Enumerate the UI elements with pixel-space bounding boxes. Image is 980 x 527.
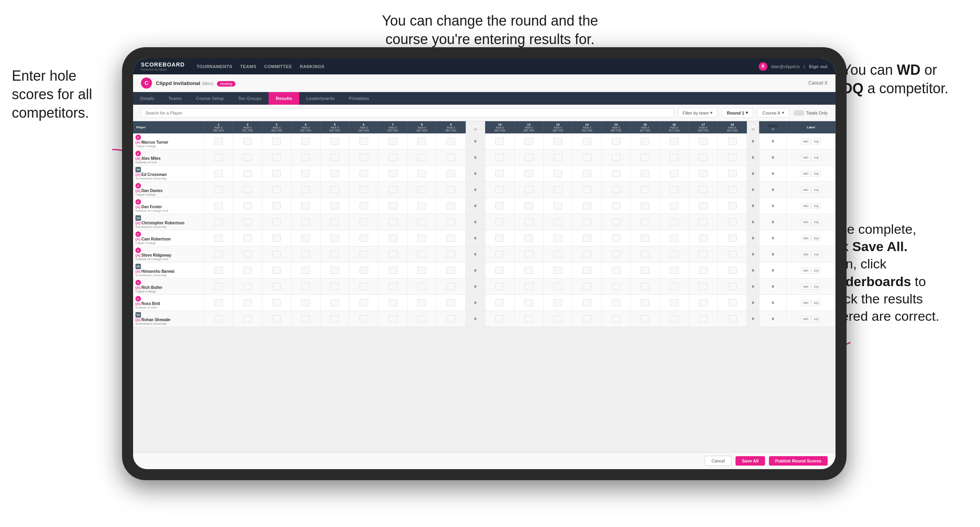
nav-tournaments[interactable]: TOURNAMENTS <box>196 64 232 69</box>
hole-6-input[interactable] <box>359 251 368 258</box>
hole-13-score[interactable] <box>572 182 602 198</box>
hole-8-score[interactable] <box>407 166 436 182</box>
hole-5-score[interactable] <box>320 166 349 182</box>
hole-1-input[interactable] <box>214 235 223 242</box>
hole-15-input[interactable] <box>641 267 649 274</box>
hole-11-score[interactable] <box>514 182 543 198</box>
hole-18-input[interactable] <box>728 283 737 290</box>
hole-5-input[interactable] <box>330 251 339 258</box>
wd-button[interactable]: WD <box>801 139 811 144</box>
hole-15-input[interactable] <box>641 186 649 193</box>
hole-8-input[interactable] <box>417 202 426 209</box>
hole-4-score[interactable] <box>291 279 320 295</box>
hole-7-score[interactable] <box>378 279 408 295</box>
hole-11-score[interactable] <box>514 166 543 182</box>
hole-12-score[interactable] <box>543 279 572 295</box>
hole-11-score[interactable] <box>514 214 543 230</box>
hole-10-input[interactable] <box>495 138 504 145</box>
hole-11-score[interactable] <box>514 133 543 150</box>
hole-17-score[interactable] <box>689 279 718 295</box>
tab-course-setup[interactable]: Course Setup <box>189 92 231 105</box>
hole-6-input[interactable] <box>359 299 368 306</box>
toggle-switch[interactable] <box>793 110 804 116</box>
hole-13-input[interactable] <box>583 235 591 242</box>
hole-17-score[interactable] <box>689 150 718 166</box>
hole-7-input[interactable] <box>389 251 397 258</box>
hole-7-input[interactable] <box>389 267 397 274</box>
nav-committee[interactable]: COMMITTEE <box>264 64 292 69</box>
hole-4-score[interactable] <box>291 182 320 198</box>
hole-5-input[interactable] <box>330 186 339 193</box>
hole-3-score[interactable] <box>262 198 291 214</box>
hole-1-score[interactable] <box>204 263 233 279</box>
tab-teams[interactable]: Teams <box>161 92 189 105</box>
hole-4-input[interactable] <box>301 202 310 209</box>
hole-8-input[interactable] <box>417 218 426 226</box>
hole-16-input[interactable] <box>670 315 678 322</box>
hole-8-input[interactable] <box>417 267 426 274</box>
dq-button[interactable]: DQ <box>811 171 821 177</box>
hole-4-input[interactable] <box>301 170 310 177</box>
wd-button[interactable]: WD <box>801 171 811 177</box>
hole-4-score[interactable] <box>291 263 320 279</box>
hole-1-score[interactable] <box>204 230 233 246</box>
hole-8-input[interactable] <box>417 299 426 306</box>
hole-9-input[interactable] <box>446 186 455 193</box>
hole-4-input[interactable] <box>301 218 310 226</box>
hole-10-input[interactable] <box>495 315 504 322</box>
hole-18-score[interactable] <box>718 230 747 246</box>
hole-16-input[interactable] <box>670 138 678 145</box>
hole-10-score[interactable] <box>485 311 515 327</box>
hole-8-score[interactable] <box>407 279 436 295</box>
hole-13-input[interactable] <box>583 315 591 322</box>
hole-4-input[interactable] <box>301 235 310 242</box>
hole-10-input[interactable] <box>495 299 504 306</box>
hole-15-score[interactable] <box>630 150 660 166</box>
hole-12-input[interactable] <box>554 154 562 161</box>
hole-13-input[interactable] <box>583 267 591 274</box>
hole-3-input[interactable] <box>272 138 281 145</box>
hole-8-input[interactable] <box>417 251 426 258</box>
hole-5-input[interactable] <box>330 315 339 322</box>
tab-printables[interactable]: Printables <box>342 92 376 105</box>
hole-14-score[interactable] <box>602 295 631 311</box>
hole-9-input[interactable] <box>446 218 455 226</box>
hole-13-score[interactable] <box>572 230 602 246</box>
hole-5-input[interactable] <box>330 170 339 177</box>
hole-4-input[interactable] <box>301 283 310 290</box>
hole-9-input[interactable] <box>446 154 455 161</box>
hole-2-input[interactable] <box>243 235 252 242</box>
hole-14-input[interactable] <box>612 202 621 209</box>
hole-12-score[interactable] <box>543 246 572 263</box>
hole-14-score[interactable] <box>602 150 631 166</box>
hole-6-input[interactable] <box>359 202 368 209</box>
hole-18-score[interactable] <box>718 279 747 295</box>
hole-10-score[interactable] <box>485 166 515 182</box>
hole-8-score[interactable] <box>407 214 436 230</box>
hole-17-score[interactable] <box>689 246 718 263</box>
hole-15-score[interactable] <box>630 263 660 279</box>
hole-1-score[interactable] <box>204 198 233 214</box>
hole-13-score[interactable] <box>572 279 602 295</box>
dq-button[interactable]: DQ <box>811 300 821 306</box>
hole-11-score[interactable] <box>514 279 543 295</box>
hole-17-score[interactable] <box>689 263 718 279</box>
hole-13-input[interactable] <box>583 251 591 258</box>
hole-4-input[interactable] <box>301 315 310 322</box>
hole-1-input[interactable] <box>214 170 223 177</box>
hole-11-input[interactable] <box>524 315 533 322</box>
dq-button[interactable]: DQ <box>811 219 821 225</box>
hole-2-input[interactable] <box>243 202 252 209</box>
hole-7-score[interactable] <box>378 230 408 246</box>
hole-6-score[interactable] <box>349 295 378 311</box>
hole-16-score[interactable] <box>660 295 689 311</box>
hole-2-input[interactable] <box>243 218 252 226</box>
hole-7-input[interactable] <box>389 235 397 242</box>
hole-10-score[interactable] <box>485 198 515 214</box>
hole-8-score[interactable] <box>407 133 436 150</box>
hole-2-score[interactable] <box>233 246 262 263</box>
hole-14-score[interactable] <box>602 182 631 198</box>
hole-1-input[interactable] <box>214 154 223 161</box>
hole-8-input[interactable] <box>417 235 426 242</box>
hole-7-input[interactable] <box>389 186 397 193</box>
